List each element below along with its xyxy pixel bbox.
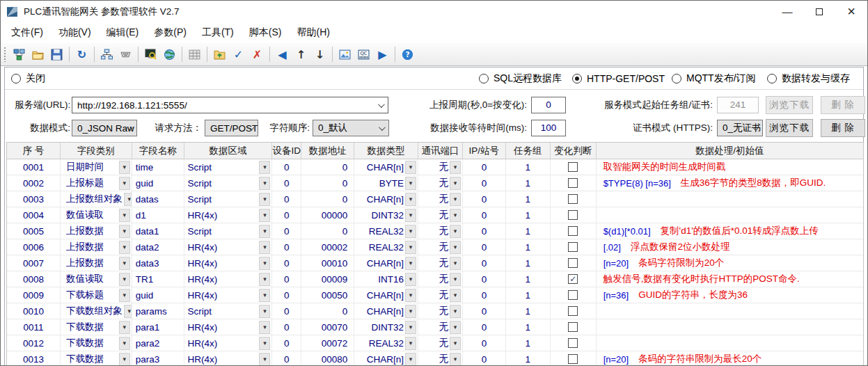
- field-category-cell[interactable]: 上报标题▾: [61, 175, 132, 191]
- mode-option-2[interactable]: HTTP-GET/POST: [572, 67, 665, 90]
- process-value-cell[interactable]: $TYPE(8) [n=36]生成36字节的类型8数据，即GUID.: [597, 175, 863, 191]
- dropdown-arrow-icon[interactable]: ▾: [119, 273, 130, 286]
- dropdown-arrow-icon[interactable]: ▾: [405, 241, 416, 254]
- field-name-cell[interactable]: guid: [132, 287, 184, 303]
- comm-port-cell[interactable]: 无▾: [418, 271, 463, 287]
- data-region-cell[interactable]: HR(4x)▾: [184, 319, 273, 335]
- field-category-cell[interactable]: 日期时间▾: [61, 159, 132, 175]
- comm-port-cell[interactable]: 无▾: [418, 191, 463, 207]
- device-id-cell[interactable]: 0: [272, 255, 301, 271]
- field-category-cell[interactable]: 数值读取▾: [61, 271, 132, 287]
- ip-station-cell[interactable]: 0: [463, 271, 506, 287]
- dropdown-arrow-icon[interactable]: ▾: [450, 337, 461, 350]
- ip-station-cell[interactable]: 0: [463, 287, 506, 303]
- task-group-cell[interactable]: 1: [506, 191, 551, 207]
- serial-port-icon[interactable]: [117, 46, 134, 63]
- device-id-cell[interactable]: 0: [272, 191, 301, 207]
- menu-item-4[interactable]: 工具(T): [194, 24, 242, 42]
- process-value-cell[interactable]: [597, 303, 863, 319]
- data-region-cell[interactable]: HR(4x)▾: [184, 271, 273, 287]
- mode-option-3[interactable]: MQTT发布/订阅: [672, 67, 756, 90]
- change-detect-checkbox[interactable]: [568, 258, 578, 268]
- task-group-cell[interactable]: 1: [506, 223, 551, 239]
- ip-station-cell[interactable]: 0: [463, 303, 506, 319]
- dropdown-arrow-icon[interactable]: ▾: [450, 353, 461, 366]
- data-type-cell[interactable]: REAL32▾: [354, 335, 418, 351]
- dropdown-arrow-icon[interactable]: ▾: [405, 193, 416, 206]
- radio-icon[interactable]: [479, 74, 489, 83]
- field-category-cell[interactable]: 数值读取▾: [61, 207, 132, 223]
- change-detect-checkbox[interactable]: [568, 162, 578, 172]
- data-address-cell[interactable]: 00000: [301, 207, 354, 223]
- device-id-cell[interactable]: 0: [272, 303, 301, 319]
- dropdown-arrow-icon[interactable]: ▾: [119, 321, 130, 334]
- change-detect-checkbox[interactable]: [568, 306, 578, 316]
- dropdown-arrow-icon[interactable]: ▾: [259, 273, 270, 286]
- dropdown-arrow-icon[interactable]: ▾: [405, 257, 416, 270]
- column-header-7[interactable]: 通讯端口: [418, 143, 463, 159]
- data-type-cell[interactable]: DINT32▾: [354, 207, 418, 223]
- data-region-cell[interactable]: HR(4x)▾: [184, 351, 273, 366]
- process-value-cell[interactable]: [n=20]条码字符限制为20个: [597, 255, 863, 271]
- comm-port-cell[interactable]: 无▾: [418, 175, 463, 191]
- radio-icon[interactable]: [572, 74, 582, 83]
- menu-item-1[interactable]: 功能(V): [51, 24, 99, 42]
- dropdown-arrow-icon[interactable]: ▾: [259, 209, 270, 222]
- report-period-input[interactable]: 0: [531, 97, 566, 113]
- qc-barcode-icon[interactable]: QC: [355, 46, 372, 63]
- dropdown-arrow-icon[interactable]: ▾: [119, 161, 130, 174]
- process-value-cell[interactable]: 取智能网关的时间生成时间戳: [597, 159, 863, 175]
- dropdown-arrow-icon[interactable]: ▾: [405, 305, 416, 318]
- dropdown-arrow-icon[interactable]: ▾: [450, 241, 461, 254]
- change-detect-checkbox[interactable]: ✓: [568, 274, 578, 284]
- dropdown-arrow-icon[interactable]: ▾: [405, 161, 416, 174]
- recv-wait-input[interactable]: 100: [531, 120, 566, 136]
- arrow-up-icon[interactable]: ↑: [292, 46, 310, 63]
- task-group-cell[interactable]: 1: [506, 159, 551, 175]
- dropdown-arrow-icon[interactable]: ▾: [405, 337, 416, 350]
- process-value-cell[interactable]: [n=20]条码的字符串限制为最长20个: [597, 351, 863, 366]
- data-address-cell[interactable]: 0: [301, 191, 354, 207]
- field-name-cell[interactable]: params: [132, 303, 184, 319]
- dropdown-arrow-icon[interactable]: ▾: [259, 337, 270, 350]
- task-group-cell[interactable]: 1: [506, 175, 551, 191]
- task-group-cell[interactable]: 1: [506, 287, 551, 303]
- radio-icon[interactable]: [11, 74, 21, 83]
- sitemap-icon[interactable]: [98, 46, 116, 63]
- data-region-cell[interactable]: Script▾: [184, 191, 273, 207]
- ip-station-cell[interactable]: 0: [463, 191, 506, 207]
- menu-item-2[interactable]: 编辑(E): [99, 24, 147, 42]
- dropdown-arrow-icon[interactable]: ▾: [450, 177, 461, 190]
- ip-station-cell[interactable]: 0: [463, 207, 506, 223]
- data-address-cell[interactable]: 00050: [301, 287, 354, 303]
- data-region-cell[interactable]: HR(4x)▾: [184, 255, 273, 271]
- comm-port-cell[interactable]: 无▾: [418, 335, 463, 351]
- ip-station-cell[interactable]: 0: [463, 255, 506, 271]
- menu-item-5[interactable]: 脚本(S): [242, 24, 290, 42]
- dropdown-arrow-icon[interactable]: ▾: [124, 305, 132, 318]
- process-value-cell[interactable]: [597, 335, 863, 351]
- field-category-cell[interactable]: 下载数据▾: [61, 351, 132, 366]
- field-category-cell[interactable]: 下载标题▾: [61, 287, 132, 303]
- request-method-combobox[interactable]: GET/POST: [205, 120, 258, 136]
- close-button[interactable]: ×: [835, 1, 867, 22]
- mode-option-4[interactable]: 数据转发与缓存: [767, 67, 850, 90]
- data-address-cell[interactable]: 0: [301, 223, 354, 239]
- table-grid-icon[interactable]: [186, 46, 203, 63]
- field-category-cell[interactable]: 下载数据▾: [61, 319, 132, 335]
- column-header-1[interactable]: 字段类别: [61, 143, 132, 159]
- monitor-search-icon[interactable]: [142, 46, 159, 63]
- menu-item-3[interactable]: 参数(P): [146, 24, 194, 42]
- process-value-cell[interactable]: $(d1)[*0.01]复制'd1'的数值后*0.01转成浮点数上传: [597, 223, 863, 239]
- field-name-cell[interactable]: data3: [132, 255, 184, 271]
- dropdown-arrow-icon[interactable]: ▾: [259, 321, 270, 334]
- column-header-6[interactable]: 数据类型: [354, 143, 418, 159]
- device-id-cell[interactable]: 0: [272, 287, 301, 303]
- change-detect-checkbox[interactable]: [568, 178, 578, 188]
- dropdown-arrow-icon[interactable]: ▾: [405, 225, 416, 238]
- data-type-cell[interactable]: CHAR[n]▾: [354, 287, 418, 303]
- data-address-cell[interactable]: 00070: [301, 319, 354, 335]
- field-name-cell[interactable]: d1: [132, 207, 184, 223]
- field-name-cell[interactable]: guid: [132, 175, 184, 191]
- image-icon[interactable]: [336, 46, 354, 63]
